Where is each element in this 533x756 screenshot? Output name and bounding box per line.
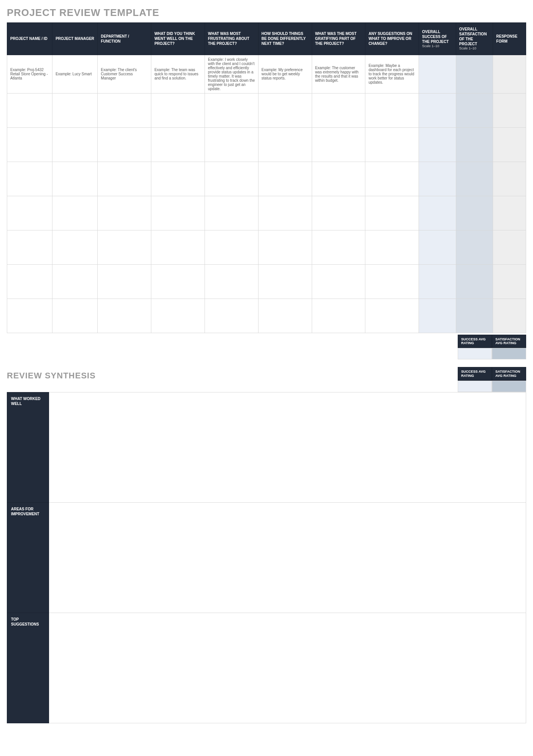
cell-satisfaction[interactable] (456, 93, 493, 127)
cell[interactable] (151, 162, 205, 196)
cell[interactable] (151, 127, 205, 162)
cell-success[interactable] (419, 196, 456, 230)
cell-suggestions[interactable]: Example: Maybe a dashboard for each proj… (365, 55, 419, 93)
cell[interactable] (205, 93, 258, 127)
cell-success[interactable] (419, 162, 456, 196)
cell[interactable] (7, 196, 52, 230)
cell-success[interactable] (419, 93, 456, 127)
cell[interactable] (52, 127, 98, 162)
cell[interactable] (98, 162, 151, 196)
cell-department[interactable]: Example: The client's Customer Success M… (98, 55, 151, 93)
cell-project-name[interactable]: Example: Proj-5432 Retail Store Opening … (7, 55, 52, 93)
cell[interactable] (365, 162, 419, 196)
cell[interactable] (312, 162, 365, 196)
cell[interactable] (151, 230, 205, 264)
cell[interactable] (151, 299, 205, 333)
cell[interactable] (52, 264, 98, 299)
cell[interactable] (7, 299, 52, 333)
cell[interactable] (205, 196, 258, 230)
cell[interactable] (258, 196, 312, 230)
cell[interactable] (151, 264, 205, 299)
cell[interactable] (52, 162, 98, 196)
cell[interactable] (312, 93, 365, 127)
cell[interactable] (7, 230, 52, 264)
success-avg-value[interactable] (458, 348, 492, 359)
synth-field-suggestions[interactable] (49, 613, 526, 723)
cell-satisfaction[interactable] (456, 230, 493, 264)
cell[interactable] (365, 127, 419, 162)
cell[interactable] (312, 264, 365, 299)
cell[interactable] (312, 230, 365, 264)
cell[interactable] (52, 299, 98, 333)
cell[interactable] (205, 264, 258, 299)
cell[interactable] (312, 196, 365, 230)
cell-response[interactable] (493, 127, 526, 162)
cell[interactable] (151, 196, 205, 230)
cell[interactable] (7, 264, 52, 299)
cell-response[interactable] (493, 93, 526, 127)
cell[interactable] (258, 162, 312, 196)
cell-satisfaction[interactable] (456, 127, 493, 162)
satisfaction-avg-label: SATISFACTION AVG RATING (492, 367, 526, 381)
cell[interactable] (52, 196, 98, 230)
cell[interactable] (258, 127, 312, 162)
cell[interactable] (7, 127, 52, 162)
cell-success[interactable] (419, 55, 456, 93)
cell-frustrating[interactable]: Example: I work closely with the client … (205, 55, 258, 93)
cell[interactable] (312, 127, 365, 162)
cell-satisfaction[interactable] (456, 55, 493, 93)
cell[interactable] (151, 93, 205, 127)
cell-response[interactable] (493, 299, 526, 333)
col-satisfaction: OVERALL SATISFACTION OF THE PROJECTScale… (456, 23, 493, 55)
cell[interactable] (258, 93, 312, 127)
cell[interactable] (365, 93, 419, 127)
success-avg-value[interactable] (458, 381, 492, 392)
cell-satisfaction[interactable] (456, 162, 493, 196)
cell[interactable] (7, 93, 52, 127)
cell-response[interactable] (493, 162, 526, 196)
cell[interactable] (365, 230, 419, 264)
table-row (7, 162, 526, 196)
satisfaction-avg-value[interactable] (492, 381, 526, 392)
cell-success[interactable] (419, 127, 456, 162)
synth-field-improvement[interactable] (49, 502, 526, 613)
cell[interactable] (312, 299, 365, 333)
synth-label-worked-well: WHAT WORKED WELL (7, 392, 49, 502)
cell-satisfaction[interactable] (456, 299, 493, 333)
cell[interactable] (258, 299, 312, 333)
cell[interactable] (365, 196, 419, 230)
cell[interactable] (52, 230, 98, 264)
cell[interactable] (98, 299, 151, 333)
cell[interactable] (258, 264, 312, 299)
cell[interactable] (98, 93, 151, 127)
cell[interactable] (205, 162, 258, 196)
cell-success[interactable] (419, 299, 456, 333)
cell-response[interactable] (493, 264, 526, 299)
cell[interactable] (205, 299, 258, 333)
cell-gratifying[interactable]: Example: The customer was extremely happ… (312, 55, 365, 93)
cell-satisfaction[interactable] (456, 264, 493, 299)
cell-differently[interactable]: Example: My preference would be to get w… (258, 55, 312, 93)
table-header-row: PROJECT NAME / ID PROJECT MANAGER DEPART… (7, 23, 526, 55)
cell[interactable] (7, 162, 52, 196)
cell[interactable] (258, 230, 312, 264)
cell-success[interactable] (419, 230, 456, 264)
cell-response[interactable] (493, 230, 526, 264)
cell[interactable] (98, 264, 151, 299)
satisfaction-avg-value[interactable] (492, 348, 526, 359)
cell-satisfaction[interactable] (456, 196, 493, 230)
cell-success[interactable] (419, 264, 456, 299)
cell-went-well[interactable]: Example: The team was quick to respond t… (151, 55, 205, 93)
cell[interactable] (205, 127, 258, 162)
cell-response[interactable] (493, 196, 526, 230)
cell[interactable] (365, 299, 419, 333)
cell[interactable] (205, 230, 258, 264)
cell[interactable] (98, 196, 151, 230)
cell[interactable] (365, 264, 419, 299)
cell[interactable] (52, 93, 98, 127)
cell[interactable] (98, 230, 151, 264)
synth-field-worked-well[interactable] (49, 392, 526, 502)
cell[interactable] (98, 127, 151, 162)
cell-project-manager[interactable]: Example: Lucy Smart (52, 55, 98, 93)
cell-response[interactable] (493, 55, 526, 93)
